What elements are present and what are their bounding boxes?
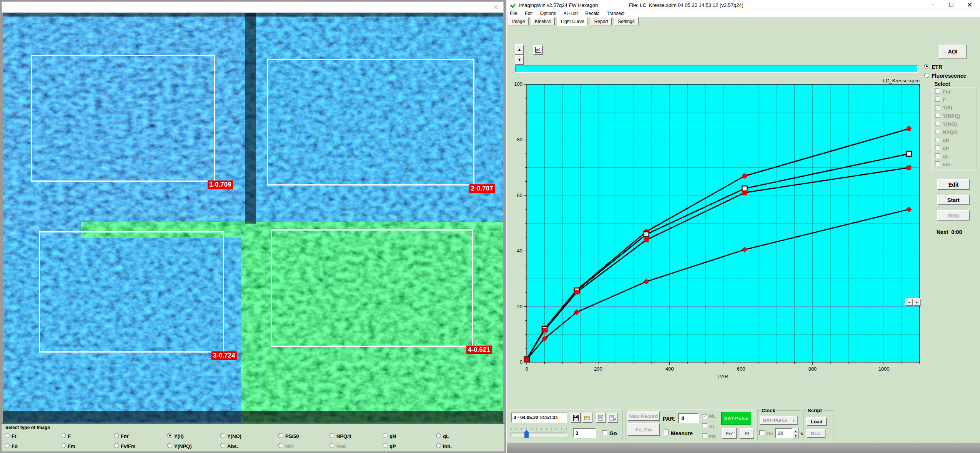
chart-scroll-left-button[interactable]: ◄ — [905, 298, 913, 306]
aoi-rect-1[interactable] — [31, 55, 215, 182]
radio-ps50-label: PS/50 — [285, 433, 299, 439]
chart-scroll-right-button[interactable]: ► — [913, 298, 921, 306]
save-button[interactable] — [571, 413, 581, 423]
f-checkbox — [935, 97, 940, 102]
radio-yii-label: Y(II) — [174, 433, 184, 439]
record-up-button[interactable]: ▲ — [515, 44, 524, 55]
image-window-titlebar[interactable] — [2, 2, 504, 13]
svg-text:80: 80 — [517, 137, 522, 142]
clock-on-checkbox[interactable] — [759, 430, 764, 435]
open-button[interactable] — [582, 413, 592, 423]
fm-prime-checkbox-label: Fm' — [943, 89, 952, 95]
edit-button-label: Edit — [948, 182, 958, 188]
fr-checkbox[interactable] — [702, 433, 707, 438]
interval-spin-up[interactable]: ▲ — [793, 428, 799, 433]
aoi-rect-3[interactable] — [39, 231, 224, 353]
window-file-title: File: LC_Kresse.xpim 04.05.22 14:53:12 (… — [629, 2, 744, 8]
radio-inh[interactable] — [436, 443, 441, 448]
titlebar[interactable]: ImagingWin v2.57q24 FW Hexagon File: LC_… — [507, 0, 980, 10]
menu-recalc[interactable]: Recalc — [582, 10, 602, 17]
etr-radio[interactable] — [924, 64, 929, 69]
start-button[interactable]: Start — [937, 195, 970, 205]
record-number-field[interactable]: 3 — [573, 428, 596, 438]
radio-yno[interactable] — [220, 433, 225, 438]
close-window-icon[interactable]: × — [963, 0, 977, 8]
radio-fvfm[interactable] — [114, 443, 119, 448]
aoi-button[interactable]: AOI — [939, 45, 967, 59]
yii-checkbox-label: Y(II) — [943, 105, 952, 110]
aoi-rect-4[interactable] — [271, 229, 473, 347]
radio-npq4[interactable] — [329, 433, 334, 438]
menu-edit[interactable]: Edit — [522, 10, 536, 17]
radio-fm[interactable] — [61, 443, 66, 448]
fluorescence-image[interactable]: 1-0.709 2-0.707 3-0.724 4-0.621 — [3, 13, 503, 423]
tab-report[interactable]: Report — [591, 17, 612, 25]
interval-up-icon: ▲ — [795, 430, 797, 432]
fo-prime-button[interactable]: Fo' — [722, 428, 737, 439]
radio-ps50[interactable] — [278, 433, 283, 438]
edit-button[interactable]: Edit — [937, 179, 970, 190]
load-button[interactable]: Load — [806, 417, 827, 426]
close-icon[interactable]: × — [491, 2, 501, 12]
radio-qp-label: qP — [389, 443, 396, 449]
go-checkbox[interactable] — [602, 430, 607, 435]
menu-options[interactable]: Options — [537, 10, 559, 17]
tab-kinetics[interactable]: Kinetics — [531, 17, 555, 25]
svg-text:100: 100 — [514, 81, 522, 87]
radio-ft-label: Ft — [12, 433, 16, 439]
folder-icon — [584, 415, 591, 421]
radio-fo-label: Fo — [12, 443, 18, 449]
radio-yii[interactable] — [167, 433, 172, 438]
clock-on-label: On — [766, 431, 773, 436]
radio-qp[interactable] — [383, 443, 388, 448]
menu-transect[interactable]: Transect — [604, 10, 627, 17]
tab-light-curve[interactable]: Light Curve — [557, 17, 588, 26]
clock-interval-field[interactable]: 20 — [775, 428, 793, 438]
window-title: ImagingWin v2.57q24 FW Hexagon — [519, 2, 598, 8]
menu-al-list[interactable]: AL-List — [560, 10, 581, 17]
radio-ql[interactable] — [436, 433, 441, 438]
radio-fm-prime-label: Fm' — [121, 433, 130, 439]
measure-checkbox[interactable] — [663, 430, 669, 435]
qp-checkbox — [935, 145, 940, 150]
ft-label: Ft — [745, 431, 749, 436]
maximize-icon[interactable]: ▢ — [944, 1, 958, 7]
menubar: File Edit Options AL-List Recalc Transec… — [507, 10, 980, 17]
radio-abs[interactable] — [220, 443, 225, 448]
menu-file[interactable]: File — [507, 10, 520, 17]
aoi-value-4: 4-0.621 — [466, 346, 492, 354]
tab-settings[interactable]: Settings — [614, 17, 638, 25]
record-slider[interactable] — [511, 433, 567, 436]
ft-button[interactable]: Ft — [740, 428, 754, 439]
radio-ft[interactable] — [5, 433, 10, 438]
tabbar: Image Kinetics Light Curve Report Settin… — [507, 17, 980, 25]
svg-text:800: 800 — [808, 366, 817, 372]
minimize-icon[interactable]: – — [926, 1, 940, 8]
al-checkbox[interactable] — [702, 423, 707, 428]
svg-text:1000: 1000 — [879, 366, 890, 372]
light-curve-chart[interactable]: 02040608010002004006008001000PAR — [511, 77, 922, 385]
par-field[interactable]: 4 — [678, 413, 699, 423]
interval-spin-down[interactable]: ▼ — [793, 433, 799, 438]
qn-checkbox-label: qN — [943, 137, 949, 143]
radio-f[interactable] — [61, 433, 66, 438]
right-arrow-icon: ► — [916, 301, 918, 304]
fluorescence-radio[interactable] — [924, 73, 929, 78]
sat-pulse-button[interactable]: SAT-Pulse — [721, 412, 751, 425]
record-down-button[interactable]: ▼ — [515, 55, 524, 65]
radio-fo[interactable] — [5, 443, 10, 448]
ql-checkbox-label: qL — [943, 154, 949, 159]
record-select-field[interactable]: 3 - 04.05.22 14:51:31 — [511, 413, 567, 423]
next-label: Next — [937, 229, 948, 235]
ml-checkbox: ✓ — [702, 414, 707, 419]
radio-fm-prime[interactable] — [114, 433, 119, 438]
radio-qn[interactable] — [383, 433, 388, 438]
tab-image[interactable]: Image — [508, 17, 529, 25]
script-group-label: Script — [807, 408, 823, 413]
report-button[interactable] — [596, 413, 606, 423]
export-button[interactable] — [607, 413, 618, 423]
radio-ynpq[interactable] — [167, 443, 172, 448]
aoi-rect-2[interactable] — [267, 59, 474, 186]
measure-checkbox-label: Measure — [671, 430, 693, 436]
curve-tool-button[interactable] — [533, 45, 543, 55]
